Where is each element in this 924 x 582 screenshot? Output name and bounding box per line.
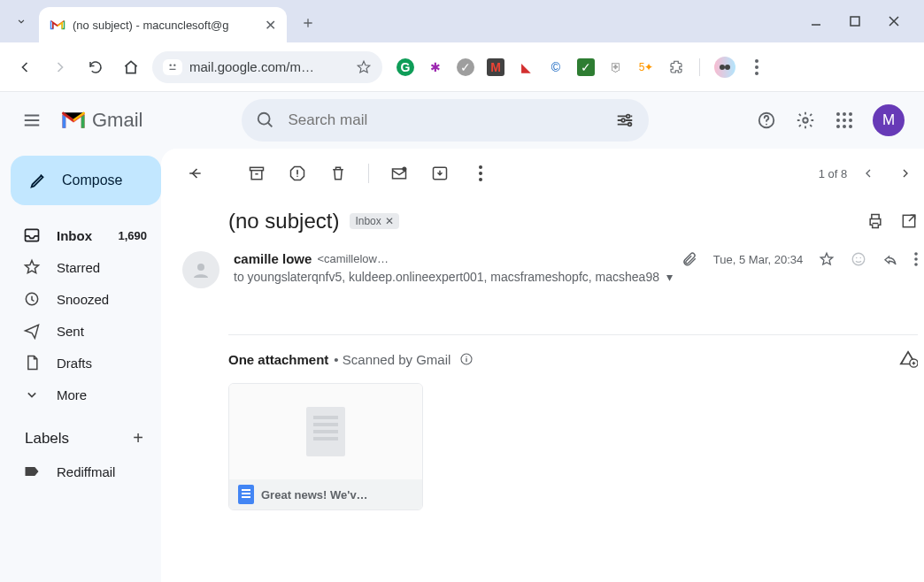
bookmark-button[interactable] [356,59,372,75]
svg-point-22 [849,125,852,128]
delete-button[interactable] [322,157,354,189]
attachment-card[interactable]: Great news! We'v… [228,383,423,510]
svg-point-18 [843,119,846,122]
svg-rect-25 [250,167,264,170]
add-all-to-drive-button[interactable] [898,349,918,369]
print-button[interactable] [866,212,884,230]
window-minimize-button[interactable] [807,12,825,30]
browser-tab[interactable]: (no subject) - macunclesoft@g ✕ [39,7,287,42]
nav-sent[interactable]: Sent [11,315,161,347]
attachment-icon[interactable] [681,251,697,267]
sender-avatar[interactable] [182,251,219,288]
apps-button[interactable] [834,110,855,131]
tab-search-button[interactable] [7,7,35,35]
extension-icon[interactable]: ⛨ [607,58,625,76]
home-button[interactable] [117,53,145,81]
forward-button[interactable] [46,53,74,81]
labels-header: Labels + [11,410,161,456]
label-chip[interactable]: Inbox ✕ [350,213,398,229]
extension-icon[interactable]: G [397,58,414,76]
svg-point-33 [197,264,204,271]
svg-point-16 [849,112,852,116]
window-maximize-button[interactable] [846,12,864,30]
extension-icon[interactable]: ◣ [517,58,535,76]
address-bar[interactable]: mail.google.com/m… [152,51,382,83]
nav-snoozed[interactable]: Snoozed [11,283,161,315]
window-close-button[interactable] [885,12,903,30]
gmail-app: Gmail M Compose Inbox 1,690 [0,92,924,582]
svg-point-30 [479,172,482,175]
nav-inbox[interactable]: Inbox 1,690 [11,219,161,251]
search-options-button[interactable] [615,111,635,130]
mark-unread-button[interactable] [383,157,415,189]
svg-point-20 [836,125,840,128]
info-icon[interactable] [459,352,474,366]
reload-button[interactable] [81,53,110,81]
main-menu-button[interactable] [14,103,50,138]
window-controls [807,12,917,42]
archive-button[interactable] [241,157,273,189]
extensions-area: G ✱ ✓ M ◣ © ✓ ⛨ 5✦ [397,57,766,78]
reply-button[interactable] [882,251,898,267]
message-more-button[interactable] [914,252,918,266]
extension-icon[interactable]: M [487,58,504,76]
svg-point-38 [914,257,918,261]
star-message-button[interactable] [819,251,835,267]
svg-point-9 [627,115,630,119]
open-new-window-button[interactable] [900,212,918,230]
chrome-menu-button[interactable] [748,58,766,76]
svg-point-37 [914,252,918,256]
reading-pane: 1 of 8 (no subject) Inbox ✕ [161,149,924,582]
separator [699,58,700,76]
back-button[interactable] [11,53,39,81]
search-box[interactable] [242,99,649,142]
search-input[interactable] [288,111,603,129]
extension-icon[interactable]: ✓ [577,58,595,76]
scanned-text: • Scanned by Gmail [334,352,450,367]
message-toolbar: 1 of 8 [161,149,924,198]
svg-point-2 [173,64,175,65]
site-info-button[interactable] [163,59,182,75]
svg-point-34 [853,253,866,265]
separator [368,164,369,183]
add-label-button[interactable]: + [133,428,143,448]
extension-icon[interactable]: ✓ [457,58,474,76]
settings-button[interactable] [795,110,816,131]
account-avatar[interactable]: M [873,104,905,136]
sender-email: <camillelow… [317,252,389,265]
show-details-button[interactable]: ▾ [666,270,673,284]
extensions-button[interactable] [667,58,685,76]
label-item[interactable]: Rediffmail [11,456,161,487]
react-button[interactable] [851,251,866,267]
new-tab-button[interactable] [294,9,322,37]
tab-close-button[interactable]: ✕ [265,17,276,34]
svg-point-13 [803,118,808,123]
support-button[interactable] [756,110,777,131]
report-spam-button[interactable] [281,157,313,189]
svg-point-10 [622,119,626,122]
svg-point-19 [849,119,852,122]
chrome-profile-button[interactable] [714,57,735,78]
svg-point-11 [628,123,632,126]
extension-icon[interactable]: 5✦ [637,58,655,76]
sidebar: Compose Inbox 1,690 Starred Snoozed [0,149,161,582]
svg-rect-0 [851,17,859,26]
search-icon [256,111,275,130]
newer-button[interactable] [889,157,921,189]
move-to-inbox-button[interactable] [424,157,456,189]
sender-name[interactable]: camille lowe [234,251,312,266]
compose-button[interactable]: Compose [11,156,161,205]
nav-starred[interactable]: Starred [11,251,161,283]
nav-more[interactable]: More [11,379,161,410]
gmail-logo[interactable]: Gmail [60,109,142,132]
svg-point-4 [725,65,730,70]
attachment-count: One attachment [228,352,328,367]
extension-icon[interactable]: © [547,58,565,76]
nav-drafts[interactable]: Drafts [11,347,161,379]
more-actions-button[interactable] [465,157,497,189]
back-to-inbox-button[interactable] [179,157,211,189]
older-button[interactable] [852,157,884,189]
svg-point-15 [843,112,846,116]
extension-icon[interactable]: ✱ [427,58,444,76]
gdoc-icon [238,485,254,504]
